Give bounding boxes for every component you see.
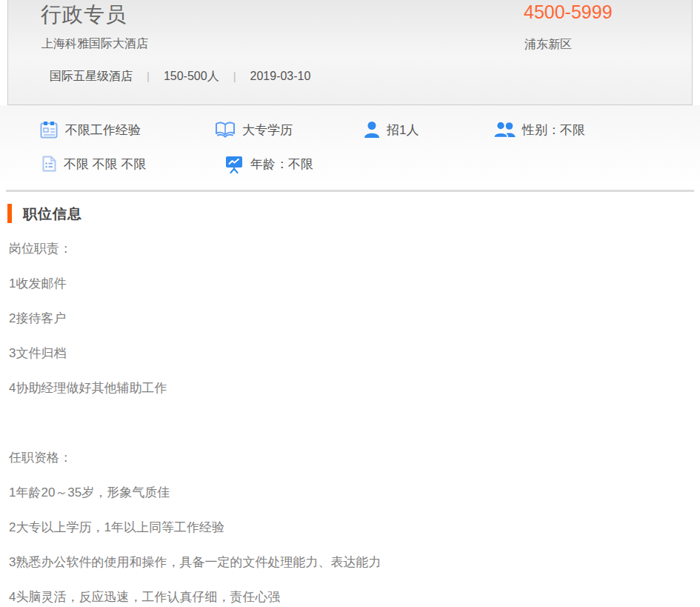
requirement-education: 大专学历 bbox=[215, 120, 293, 139]
description-line: 1收发邮件 bbox=[9, 266, 690, 301]
description-line: 岗位职责： bbox=[9, 231, 690, 266]
section-divider bbox=[6, 190, 694, 192]
description-line: 3文件归档 bbox=[9, 336, 690, 371]
description-line: 3熟悉办公软件的使用和操作，具备一定的文件处理能力、表达能力 bbox=[9, 545, 690, 580]
age-icon bbox=[224, 154, 244, 173]
job-title: 行政专员 bbox=[41, 1, 127, 29]
education-icon bbox=[215, 121, 236, 139]
requirement-other: 不限 不限 不限 bbox=[41, 154, 146, 173]
requirement-label: 不限工作经验 bbox=[65, 122, 141, 139]
work-experience-icon bbox=[39, 120, 59, 139]
description-line: 4协助经理做好其他辅助工作 bbox=[9, 371, 690, 405]
salary-range: 4500-5999 bbox=[524, 1, 613, 23]
tag-separator: | bbox=[233, 70, 236, 82]
description-line bbox=[9, 405, 690, 440]
requirement-age: 年龄：不限 bbox=[224, 154, 313, 173]
job-description: 岗位职责： 1收发邮件 2接待客户 3文件归档 4协助经理做好其他辅助工作 任职… bbox=[9, 231, 690, 607]
description-line: 任职资格： bbox=[9, 440, 690, 475]
requirement-label: 招1人 bbox=[387, 122, 419, 139]
headcount-icon bbox=[364, 121, 380, 139]
post-date: 2019-03-10 bbox=[250, 70, 311, 82]
requirement-label: 年龄：不限 bbox=[250, 156, 313, 173]
description-line: 2接待客户 bbox=[9, 301, 690, 336]
requirement-label: 不限 不限 不限 bbox=[64, 156, 146, 173]
requirements-strip: 不限工作经验 大专学历 招1人 性别：不限 bbox=[0, 105, 700, 190]
requirement-experience: 不限工作经验 bbox=[39, 120, 141, 139]
job-district: 浦东新区 bbox=[524, 37, 572, 53]
job-detail-page: 行政专员 上海科雅国际大酒店 4500-5999 浦东新区 国际五星级酒店|15… bbox=[0, 0, 700, 607]
requirement-label: 大专学历 bbox=[242, 122, 293, 139]
tag-separator: | bbox=[147, 70, 150, 82]
company-name: 上海科雅国际大酒店 bbox=[41, 36, 148, 52]
job-header: 行政专员 上海科雅国际大酒店 4500-5999 浦东新区 国际五星级酒店|15… bbox=[7, 0, 693, 105]
requirement-label: 性别：不限 bbox=[522, 122, 585, 139]
description-line: 2大专以上学历，1年以上同等工作经验 bbox=[9, 510, 690, 545]
company-tag-size: 150-500人 bbox=[164, 70, 219, 82]
requirement-headcount: 招1人 bbox=[364, 120, 419, 139]
requirement-gender: 性别：不限 bbox=[493, 120, 585, 139]
document-icon bbox=[41, 155, 57, 173]
description-line: 1年龄20～35岁，形象气质佳 bbox=[9, 475, 690, 510]
section-title: 职位信息 bbox=[23, 205, 82, 224]
section-accent-bar bbox=[7, 204, 12, 223]
description-line: 4头脑灵活，反应迅速，工作认真仔细，责任心强 bbox=[9, 580, 690, 607]
gender-icon bbox=[493, 121, 516, 139]
company-tag-type: 国际五星级酒店 bbox=[50, 70, 133, 82]
company-tags: 国际五星级酒店|150-500人|2019-03-10 bbox=[50, 69, 310, 84]
